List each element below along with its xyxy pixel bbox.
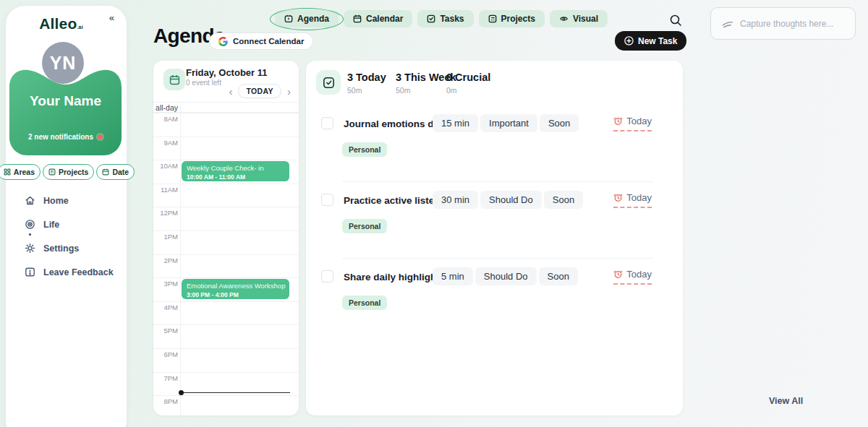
search-button[interactable] [669, 14, 682, 27]
notifications[interactable]: 2 new notifications [9, 133, 122, 141]
new-task-button[interactable]: New Task [615, 31, 686, 51]
chevron-right-icon[interactable]: › [287, 86, 291, 97]
calendar-icon [353, 14, 362, 23]
filter-projects-button[interactable]: Projects [43, 164, 94, 180]
hour-row: 12PM [153, 207, 299, 207]
task-due-badge[interactable]: Today [613, 116, 652, 131]
tab-projects[interactable]: Projects [479, 10, 545, 27]
hour-row: 4PM [153, 301, 299, 302]
sidebar-item-leave-feedback-label: Leave Feedback [43, 267, 114, 277]
task-priority-chip[interactable]: Should Do [480, 191, 542, 209]
hour-label: 6PM [153, 350, 178, 358]
event-time: 10:00 AM - 11:00 AM [187, 173, 284, 181]
sidebar-item-life[interactable]: Life [25, 219, 114, 230]
hour-label: 8AM [153, 115, 178, 123]
tab-calendar-label: Calendar [366, 14, 403, 24]
hour-label: 11AM [153, 186, 178, 194]
feedback-icon [25, 267, 35, 277]
hour-row: 5PM [153, 324, 299, 325]
tab-visual[interactable]: Visual [550, 10, 608, 27]
hour-label: 5PM [153, 327, 178, 335]
stat-crucial-time: 0m [446, 86, 490, 95]
calendar-panel: Friday, October 11 0 event left ‹ TODAY … [153, 61, 299, 415]
view-all-link[interactable]: View All [769, 396, 803, 406]
notifications-label: 2 new notifications [28, 133, 93, 141]
sidebar-item-leave-feedback[interactable]: Leave Feedback [25, 267, 114, 277]
stat-crucial-count: 0 Crucial [446, 72, 490, 83]
task-chip-group: 5 min Should Do Soon [433, 267, 578, 285]
task-duration-chip[interactable]: 15 min [433, 114, 478, 132]
gear-icon [25, 243, 35, 254]
hour-label: 8PM [153, 397, 178, 405]
tab-agenda-label: Agenda [297, 14, 329, 24]
hour-row: 6PM [153, 348, 299, 349]
filter-projects-label: Projects [59, 168, 88, 176]
task-checkbox[interactable] [321, 270, 333, 282]
hour-row: 8PM [153, 395, 299, 396]
task-when-chip[interactable]: Soon [539, 267, 578, 285]
alarm-icon [613, 193, 623, 202]
sidebar-item-home[interactable]: Home [25, 195, 114, 206]
event-title: Emotional Awareness Workshop [187, 282, 284, 290]
tab-tasks-label: Tasks [440, 14, 464, 24]
search-icon [669, 14, 682, 27]
task-due-badge[interactable]: Today [613, 192, 652, 208]
connect-calendar-button[interactable]: Connect Calendar [209, 33, 313, 50]
task-checkbox[interactable] [321, 117, 333, 129]
current-time-line [181, 392, 290, 393]
task-checkbox[interactable] [321, 194, 333, 206]
chevron-left-icon[interactable]: ‹ [229, 86, 232, 97]
stat-today-time: 50m [347, 86, 386, 95]
tab-agenda[interactable]: Agenda [275, 10, 339, 27]
task-due-label: Today [626, 269, 652, 280]
filter-date-button[interactable]: Date [96, 164, 135, 180]
sidebar-item-settings[interactable]: Settings [25, 243, 114, 254]
plus-circle-icon [624, 36, 634, 46]
stat-today: 3 Today 50m [347, 72, 386, 95]
calendar-event[interactable]: Weekly Couple Check- in10:00 AM - 11:00 … [182, 161, 289, 182]
task-tag-chip[interactable]: Personal [342, 219, 387, 233]
avatar[interactable]: YN [42, 42, 84, 84]
agenda-icon [284, 14, 293, 23]
task-priority-chip[interactable]: Important [480, 114, 537, 132]
calendar-event[interactable]: Emotional Awareness Workshop3:00 PM - 4:… [182, 279, 289, 300]
task-tag-chip[interactable]: Personal [342, 296, 387, 310]
sidebar-item-life-label: Life [43, 220, 59, 230]
all-day-label: all-day [153, 103, 178, 112]
capture-pen-icon [722, 19, 733, 29]
task-row: Practice active listening 30 min Should … [306, 188, 683, 259]
tasks-header-icon-box [316, 70, 341, 95]
hour-label: 2PM [153, 256, 178, 264]
calendar-date-title: Friday, October 11 [186, 67, 267, 78]
calendar-grid[interactable]: all-day 8AM9AM10AM11AM12PM1PM2PM3PM4PM5P… [153, 102, 299, 415]
notification-dot-icon [98, 134, 103, 139]
stat-crucial: 0 Crucial 0m [446, 72, 490, 95]
task-when-chip[interactable]: Soon [544, 191, 583, 209]
filter-areas-button[interactable]: Areas [0, 164, 41, 180]
hour-label: 1PM [153, 233, 178, 241]
hour-row: 8AM [153, 113, 299, 113]
app-logo: Alleo.ai [6, 15, 116, 33]
sidebar-filter-row: Areas Projects Date [9, 164, 124, 180]
sidebar-item-home-label: Home [43, 196, 69, 206]
tab-calendar[interactable]: Calendar [344, 10, 412, 27]
hour-row: 11AM [153, 184, 299, 184]
tab-projects-label: Projects [501, 14, 535, 24]
task-row: Journal emotions daily 15 min Important … [306, 111, 683, 182]
task-due-badge[interactable]: Today [613, 269, 652, 285]
tasks-panel: 3 Today 50m 3 This Week 50m 0 Crucial 0m… [306, 61, 683, 415]
task-when-chip[interactable]: Soon [540, 114, 579, 132]
stat-today-count: 3 Today [347, 72, 386, 83]
task-tag-chip[interactable]: Personal [342, 142, 387, 157]
task-title[interactable]: Share daily highlight [344, 272, 440, 282]
task-priority-chip[interactable]: Should Do [475, 267, 537, 285]
task-row: Share daily highlight 5 min Should Do So… [306, 264, 683, 335]
task-duration-chip[interactable]: 5 min [433, 267, 473, 285]
hour-label: 9AM [153, 139, 178, 147]
tab-tasks[interactable]: Tasks [417, 10, 473, 27]
task-due-label: Today [626, 192, 652, 203]
today-button[interactable]: TODAY [238, 84, 281, 98]
capture-thoughts-input[interactable]: Capture thoughts here... [710, 7, 856, 40]
visual-icon [559, 14, 569, 23]
task-duration-chip[interactable]: 30 min [433, 191, 478, 209]
